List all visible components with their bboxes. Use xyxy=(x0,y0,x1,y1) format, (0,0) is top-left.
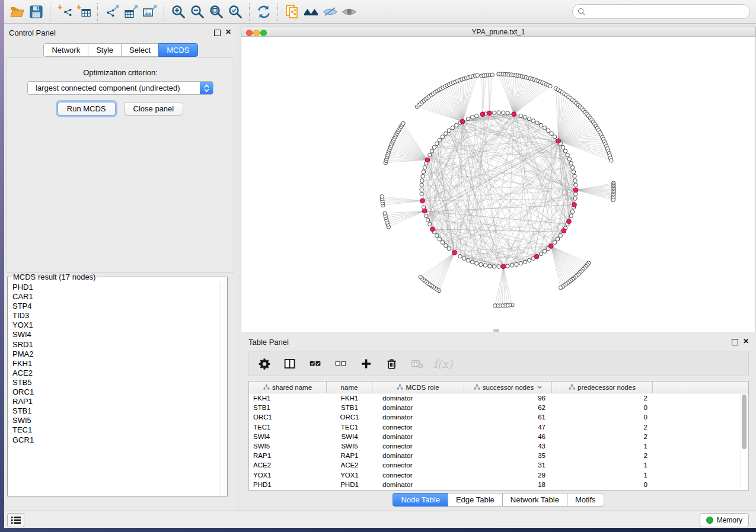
search-input[interactable] xyxy=(588,6,749,18)
hide-selected-button[interactable] xyxy=(321,3,340,21)
open-file-button[interactable] xyxy=(8,3,27,21)
memory-button[interactable]: Memory xyxy=(700,513,749,527)
close-panel-icon[interactable]: ✕ xyxy=(225,28,231,36)
list-item[interactable]: CAR1 xyxy=(8,292,219,302)
tab-node-table[interactable]: Node Table xyxy=(393,493,448,507)
list-item[interactable]: YOX1 xyxy=(8,321,219,330)
list-item[interactable]: SRD1 xyxy=(8,340,219,350)
tab-edge-table[interactable]: Edge Table xyxy=(448,493,503,507)
list-item[interactable]: SWI4 xyxy=(8,330,219,339)
mcds-result-scrollbar[interactable] xyxy=(219,281,227,496)
new-network-from-selection-button[interactable] xyxy=(283,3,302,21)
table-cell: PHD1 xyxy=(249,480,327,489)
tab-select[interactable]: Select xyxy=(121,43,159,57)
float-table-panel-icon[interactable] xyxy=(732,339,738,345)
column-header-predecessor-nodes[interactable]: predecessor nodes xyxy=(552,382,653,393)
mcds-result-list[interactable]: PHD1CAR1STP4TID3YOX1SWI4SRD1PMA2FKH1ACE2… xyxy=(8,281,219,496)
table-row[interactable]: ORC1ORC1dominator610 xyxy=(249,412,748,422)
run-mcds-button[interactable]: Run MCDS xyxy=(58,102,116,116)
network-window-title: YPA_prune.txt_1 xyxy=(472,28,525,36)
table-row[interactable]: RAP1RAP1dominator352 xyxy=(249,451,748,460)
table-cell: 29 xyxy=(464,470,552,480)
clear-column-selection-button[interactable] xyxy=(333,356,349,371)
hide-selected-icon xyxy=(323,4,338,20)
select-all-columns-button[interactable] xyxy=(308,356,323,371)
list-item[interactable]: RAP1 xyxy=(8,397,219,406)
table-row[interactable]: YOX1YOX1connector291 xyxy=(249,470,748,480)
show-all-button[interactable] xyxy=(340,3,359,21)
table-panel-tabs: Node TableEdge TableNetwork TableMotifs xyxy=(241,493,756,507)
list-item[interactable]: ORC1 xyxy=(8,387,219,397)
column-header-name[interactable]: name xyxy=(327,382,372,393)
list-item[interactable]: GCR1 xyxy=(8,435,219,445)
table-cell: STB1 xyxy=(327,403,372,412)
column-header-shared-name[interactable]: shared name xyxy=(249,382,327,393)
window-minimize-icon[interactable] xyxy=(253,30,260,36)
network-window-titlebar[interactable]: YPA_prune.txt_1 xyxy=(241,27,756,37)
tab-mcds[interactable]: MCDS xyxy=(158,43,197,57)
close-panel-button[interactable]: Close panel xyxy=(124,102,184,116)
table-cell: 43 xyxy=(464,441,552,451)
tab-network[interactable]: Network xyxy=(43,43,88,57)
tab-motifs[interactable]: Motifs xyxy=(567,493,604,507)
table-row[interactable]: STB1STB1dominator620 xyxy=(249,403,748,412)
list-item[interactable]: STB1 xyxy=(8,406,219,416)
list-item[interactable]: SWI5 xyxy=(8,416,219,425)
zoom-out-icon xyxy=(190,4,205,20)
mcds-result-group: MCDS result (17 nodes) PHD1CAR1STP4TID3Y… xyxy=(7,273,228,496)
import-table-button[interactable] xyxy=(74,3,93,21)
delete-rows-button[interactable] xyxy=(384,356,400,371)
export-image-icon xyxy=(142,4,158,20)
table-cell: FKH1 xyxy=(327,393,372,403)
zoom-fit-button[interactable] xyxy=(207,3,226,21)
list-item[interactable]: TID3 xyxy=(8,311,219,321)
function-builder-icon: f(x) xyxy=(433,357,453,370)
table-row[interactable]: ACE2ACE2connector311 xyxy=(249,460,748,470)
table-cell: SWI4 xyxy=(249,432,327,441)
column-header-MCDS-role[interactable]: MCDS role xyxy=(372,382,464,393)
canvas-scroll-grip[interactable] xyxy=(493,329,499,332)
table-row[interactable]: SWI4SWI4dominator462 xyxy=(249,432,748,441)
table-scrollbar[interactable] xyxy=(741,394,748,489)
window-maximize-icon[interactable] xyxy=(260,30,267,36)
import-network-button[interactable] xyxy=(55,3,74,21)
list-item[interactable]: PHD1 xyxy=(8,283,219,292)
toolbar-separator xyxy=(277,3,279,21)
tab-style[interactable]: Style xyxy=(88,43,122,57)
zoom-selected-button[interactable] xyxy=(226,3,245,21)
table-row[interactable]: FKH1FKH1dominator962 xyxy=(249,393,748,403)
export-image-button[interactable] xyxy=(141,3,160,21)
table-scrollbar-thumb[interactable] xyxy=(742,395,747,449)
search-box[interactable] xyxy=(572,4,750,19)
apply-layout-button[interactable] xyxy=(254,3,273,21)
network-graph[interactable] xyxy=(241,37,755,332)
zoom-fit-icon xyxy=(209,4,224,20)
column-header-successor-nodes[interactable]: successor nodes xyxy=(464,382,552,393)
list-item[interactable]: ACE2 xyxy=(8,368,219,378)
list-item[interactable]: STB5 xyxy=(8,378,219,387)
table-row[interactable]: TEC1TEC1connector472 xyxy=(249,422,748,432)
export-network-button[interactable] xyxy=(103,3,122,21)
float-panel-icon[interactable] xyxy=(214,30,221,36)
close-table-panel-icon[interactable]: ✕ xyxy=(743,337,749,345)
list-item[interactable]: FKH1 xyxy=(8,359,219,368)
save-session-button[interactable] xyxy=(27,3,46,21)
list-item[interactable]: TEC1 xyxy=(8,425,219,435)
optimization-criterion-value: largest connected component (undirected) xyxy=(36,84,180,92)
table-settings-button[interactable] xyxy=(257,356,272,371)
zoom-in-button[interactable] xyxy=(169,3,188,21)
tab-network-table[interactable]: Network Table xyxy=(502,493,567,507)
show-panels-button[interactable] xyxy=(7,513,24,527)
optimization-criterion-select[interactable]: largest connected component (undirected) xyxy=(27,81,213,95)
first-neighbors-button[interactable] xyxy=(302,3,321,21)
show-columns-button[interactable] xyxy=(282,356,298,371)
table-row[interactable]: SWI5SWI5connector431 xyxy=(249,441,748,451)
zoom-out-button[interactable] xyxy=(188,3,207,21)
network-canvas[interactable] xyxy=(241,37,756,332)
add-row-button[interactable] xyxy=(359,356,374,371)
export-table-button[interactable] xyxy=(122,3,141,21)
list-item[interactable]: STP4 xyxy=(8,302,219,311)
window-close-icon[interactable] xyxy=(246,30,253,36)
table-row[interactable]: PHD1PHD1dominator180 xyxy=(249,480,748,489)
list-item[interactable]: PMA2 xyxy=(8,350,219,359)
